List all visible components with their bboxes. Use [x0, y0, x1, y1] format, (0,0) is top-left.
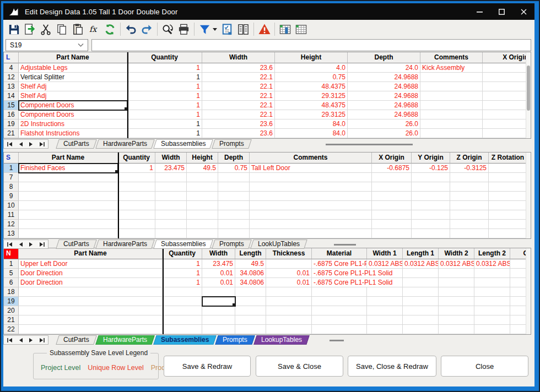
grid-cell[interactable]: 84.0 [275, 119, 348, 129]
grid-cell[interactable] [163, 297, 202, 306]
paste-button[interactable] [70, 21, 86, 37]
tab-hardwareparts[interactable]: HardwareParts [95, 239, 155, 249]
grid-cell[interactable]: 1 [127, 82, 202, 91]
grid-cell[interactable]: -0.6875 [372, 164, 412, 173]
grid-cell[interactable] [489, 220, 527, 229]
grid-cell[interactable] [420, 129, 483, 138]
grid-cell[interactable] [187, 220, 218, 229]
grid-cell[interactable]: 0.01 [266, 269, 312, 278]
grid-cell[interactable] [439, 269, 474, 278]
grid-cell[interactable] [118, 173, 155, 182]
grid-cell[interactable] [19, 182, 118, 192]
row-header[interactable]: 18 [4, 287, 19, 297]
grid-cell[interactable] [420, 101, 483, 110]
grid-cell[interactable] [218, 192, 250, 201]
table-plain-button[interactable] [293, 21, 309, 37]
grid-cell[interactable] [218, 201, 250, 210]
row-header[interactable]: 13 [4, 229, 19, 238]
grid-cell[interactable] [19, 325, 163, 334]
find-button[interactable] [160, 21, 176, 37]
grid-cell[interactable] [439, 306, 474, 315]
grid-cell[interactable] [439, 278, 474, 287]
prev-tab-button[interactable] [15, 140, 26, 148]
grid-cell[interactable] [474, 297, 510, 306]
grid-cell[interactable] [250, 201, 372, 210]
row-header[interactable]: 12 [4, 220, 19, 229]
cell-reference-combo[interactable]: S19 [6, 39, 88, 51]
grid-cell[interactable] [19, 297, 163, 306]
grid-cell[interactable]: Shelf Adj [19, 91, 127, 101]
grid-cell[interactable]: 1 [163, 259, 202, 269]
grid-cell[interactable] [474, 269, 510, 278]
grid-cell[interactable]: 22.1 [202, 110, 275, 119]
grid-cell[interactable]: 0.0312 ABS [474, 259, 510, 269]
grid-cell[interactable] [483, 63, 531, 73]
grid-cell[interactable] [118, 210, 155, 220]
column-header[interactable]: Z Rotation [489, 153, 527, 164]
save-button[interactable] [6, 21, 22, 37]
vertical-scrollbar[interactable] [526, 248, 531, 334]
grid-cell[interactable]: 24.0 [348, 63, 420, 73]
grid-cell[interactable] [372, 173, 412, 182]
grid-cell[interactable] [250, 229, 372, 238]
grid-cell[interactable] [266, 306, 312, 315]
grid-cell[interactable]: 26.0 [348, 129, 420, 138]
grid-cell[interactable] [420, 73, 483, 82]
grid-cell[interactable] [163, 325, 202, 334]
grid-cell[interactable]: 1 [127, 63, 202, 73]
row-header[interactable]: 8 [4, 182, 19, 192]
grid-cell[interactable] [403, 315, 439, 325]
grid-cell[interactable]: 0.01 [202, 278, 235, 287]
grid-cell[interactable]: -.6875 Core PL1-PL1 Solid [312, 278, 367, 287]
row-header[interactable]: 7 [4, 173, 19, 182]
grid-cell[interactable]: 0.75 [275, 73, 348, 82]
column-header[interactable]: Y Origin [412, 153, 450, 164]
grid-cell[interactable]: 1 [163, 278, 202, 287]
grid-cell[interactable]: 0.75 [218, 164, 250, 173]
grid-cell[interactable] [187, 229, 218, 238]
grid-cell[interactable] [420, 119, 483, 129]
grid-corner-cell[interactable]: S [4, 153, 19, 164]
row-header[interactable]: 11 [4, 210, 19, 220]
grid-cell[interactable] [489, 182, 527, 192]
grid-cell[interactable] [489, 210, 527, 220]
grid-cell[interactable] [474, 325, 510, 334]
grid-cell[interactable] [489, 173, 527, 182]
column-header[interactable]: Part Name [19, 248, 163, 259]
prev-tab-button[interactable] [15, 336, 26, 344]
tab-cutparts[interactable]: CutParts [56, 335, 96, 345]
grid-cell[interactable]: Vertical Splitter [19, 73, 127, 82]
grid-cell[interactable] [450, 210, 489, 220]
refresh-button[interactable] [102, 21, 118, 37]
row-header[interactable]: 16 [4, 110, 19, 119]
row-header[interactable]: 6 [4, 278, 19, 287]
column-header[interactable]: Width [202, 248, 235, 259]
row-header[interactable]: 19 [4, 119, 19, 129]
column-header[interactable]: Width [155, 153, 187, 164]
grid-cell[interactable] [187, 201, 218, 210]
column-header[interactable]: Depth [218, 153, 250, 164]
grid-cell[interactable] [412, 210, 450, 220]
grid-cell[interactable] [489, 229, 527, 238]
column-header[interactable]: Quantity [118, 153, 155, 164]
grid-cell[interactable]: 1 [127, 101, 202, 110]
grid-cell[interactable]: Kick Assembly [420, 63, 483, 73]
next-tab-button[interactable] [26, 240, 37, 248]
grid-corner-cell[interactable]: L [4, 52, 19, 63]
grid-cell[interactable] [372, 220, 412, 229]
filter-button[interactable] [197, 21, 213, 37]
grid-cell[interactable] [235, 287, 266, 297]
column-header[interactable]: Comments [420, 52, 483, 63]
grid-cell[interactable]: Door Direction [19, 269, 163, 278]
row-header[interactable]: 19 [4, 297, 19, 306]
grid-cell[interactable]: 1 [127, 110, 202, 119]
column-header[interactable]: Quantity [163, 248, 202, 259]
grid-cell[interactable]: 23.6 [202, 63, 275, 73]
grid-cell[interactable] [412, 201, 450, 210]
grid-cell[interactable] [489, 192, 527, 201]
last-tab-button[interactable] [37, 336, 48, 344]
undo-button[interactable] [123, 21, 139, 37]
formula-input[interactable] [91, 39, 531, 51]
grid-cell[interactable] [420, 91, 483, 101]
cut-button[interactable] [38, 21, 54, 37]
